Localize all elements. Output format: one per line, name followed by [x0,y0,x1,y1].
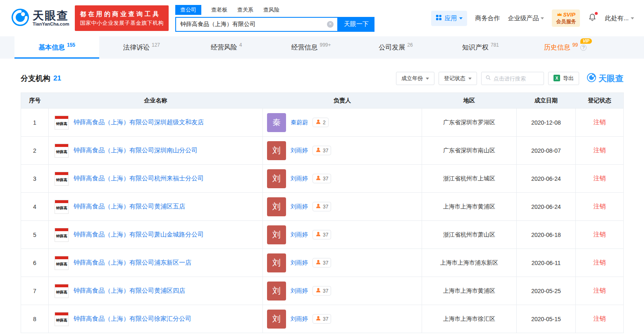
header-right: 应用 商务合作 企业级产品 SVIP 会员服务 [431,9,634,26]
company-logo-strip [55,284,68,287]
tab-company-development[interactable]: 公司发展 26 [353,36,438,59]
tianyancha-logo-icon [587,73,596,85]
search-tab-risk[interactable]: 查风险 [263,5,279,15]
svg-text:X: X [556,76,558,80]
export-button[interactable]: X 导出 [548,72,579,85]
svip-button[interactable]: SVIP 会员服务 [552,9,580,26]
promo-line-1: 都在用的商业查询工具 [80,9,164,19]
region-text: 上海市上海市黄浦区 [443,287,495,294]
year-filter-button[interactable]: 成立年份 [396,72,434,85]
partner-count-badge[interactable]: 37 [312,146,331,155]
company-link[interactable]: 钟薛高食品（上海）有限公司黄浦区五店 [74,203,185,211]
chevron-down-icon [468,78,472,80]
person-link[interactable]: 刘雨婷 [291,231,308,239]
help-icon[interactable]: ? [580,45,587,51]
enterprise-product-link[interactable]: 企业级产品 [508,14,544,22]
notifications-button[interactable] [588,13,597,24]
promo-line-2: 国家中小企业发展子基金旗下机构 [80,19,164,27]
section-title: 分支机构 [21,73,50,83]
svip-label: SVIP [563,12,575,18]
company-logo-strip [55,116,68,119]
business-cooperation-link[interactable]: 商务合作 [475,14,500,22]
account-menu[interactable]: 此处有... [605,14,634,22]
region-text: 上海市上海市黄浦区 [443,203,495,210]
promo-banner: 都在用的商业查询工具 国家中小企业发展子基金旗下机构 [75,5,169,31]
tab-legal-proceedings[interactable]: 法律诉讼 127 [99,36,184,59]
clear-icon[interactable]: × [327,21,334,28]
section-count: 21 [53,74,61,83]
table-row: 1 钟薛高 钟薛高食品（上海）有限公司深圳超级文和友店 秦 秦蔚蔚 [21,109,624,137]
person-link[interactable]: 刘雨婷 [291,203,308,211]
tab-label: 基本信息 [38,43,65,52]
table-search-box[interactable] [481,72,544,85]
partner-count-badge[interactable]: 37 [312,202,331,211]
partner-count-badge[interactable]: 37 [312,314,331,324]
company-link[interactable]: 钟薛高食品（上海）有限公司深圳超级文和友店 [74,118,204,126]
badge-count: 2 [323,120,326,125]
search-button[interactable]: 天眼一下 [338,17,374,32]
chevron-down-icon [631,17,634,19]
date-text: 2020-08-07 [531,147,561,154]
person-avatar: 刘 [267,225,286,244]
company-logo-strip [55,144,68,147]
partner-count-badge[interactable]: 37 [312,174,331,183]
company-logo-text: 钟薛高 [55,231,68,241]
partner-count-badge[interactable]: 2 [312,118,329,127]
person-link[interactable]: 刘雨婷 [291,259,308,267]
badge-count: 37 [323,204,328,210]
status-filter-label: 登记状态 [444,75,465,82]
company-logo-text: 钟薛高 [55,175,68,185]
person-link[interactable]: 刘雨婷 [291,315,308,323]
company-logo-text: 钟薛高 [55,119,68,129]
partner-count-badge[interactable]: 37 [312,286,331,296]
region-text: 浙江省杭州市上城区 [443,175,495,182]
company-logo: 钟薛高 [55,228,69,242]
company-link[interactable]: 钟薛高食品（上海）有限公司黄浦区四店 [74,287,185,295]
search-input[interactable] [176,21,327,28]
chevron-down-icon [459,17,463,19]
row-index: 6 [33,260,36,266]
grid-icon [436,14,442,22]
company-logo: 钟薛高 [55,172,69,186]
date-text: 2020-12-08 [531,119,561,126]
person-link[interactable]: 秦蔚蔚 [291,119,308,126]
partner-count-badge[interactable]: 37 [312,230,331,239]
main-content: 分支机构 21 成立年份 登记状态 [0,59,644,333]
person-icon [315,175,321,182]
tab-basic-info[interactable]: 基本信息 155 [14,36,99,59]
tab-history-info[interactable]: VIP 历史信息 99 ? [523,36,608,59]
apps-button[interactable]: 应用 [431,11,467,26]
tab-operation-info[interactable]: 经营信息 999+ [269,36,353,59]
company-link[interactable]: 钟薛高食品（上海）有限公司深圳南山分公司 [74,147,198,154]
tab-label: 经营风险 [211,43,237,52]
person-link[interactable]: 刘雨婷 [291,175,308,182]
company-link[interactable]: 钟薛高食品（上海）有限公司徐家汇分公司 [74,315,191,323]
partner-count-badge[interactable]: 37 [312,258,331,267]
search-input-wrap: × [175,17,338,32]
tab-label: 历史信息 [544,43,570,52]
table-search-input[interactable] [494,76,539,82]
search-tab-boss[interactable]: 查老板 [211,5,227,15]
person-link[interactable]: 刘雨婷 [291,287,308,295]
company-link[interactable]: 钟薛高食品（上海）有限公司杭州来福士分公司 [74,175,204,182]
table-header-row: 序号 企业名称 负责人 地区 成立日期 登记状态 [21,93,624,109]
region-text: 广东省深圳市罗湖区 [443,119,495,125]
region-text: 广东省深圳市南山区 [443,147,495,154]
search-tab-relation[interactable]: 查关系 [237,5,253,15]
person-avatar: 刘 [267,282,286,301]
tab-operation-risk[interactable]: 经营风险 4 [184,36,269,59]
person-link[interactable]: 刘雨婷 [291,147,308,154]
brand-logo[interactable]: 天眼查 TianYanCha.com [11,8,69,28]
company-link[interactable]: 钟薛高食品（上海）有限公司浦东新区一店 [74,259,191,267]
status-filter-button[interactable]: 登记状态 [439,72,477,85]
person-icon [315,147,321,154]
search-tab-company[interactable]: 查公司 [175,5,201,15]
company-link[interactable]: 钟薛高食品（上海）有限公司萧山金城路分公司 [74,231,204,239]
company-logo-text: 钟薛高 [55,259,68,270]
company-logo: 钟薛高 [55,256,69,270]
tab-intellectual-property[interactable]: 知识产权 781 [438,36,523,59]
company-logo: 钟薛高 [55,312,69,326]
tab-count: 781 [491,42,499,48]
status-text: 注销 [594,203,606,210]
tab-label: 公司发展 [379,43,405,52]
